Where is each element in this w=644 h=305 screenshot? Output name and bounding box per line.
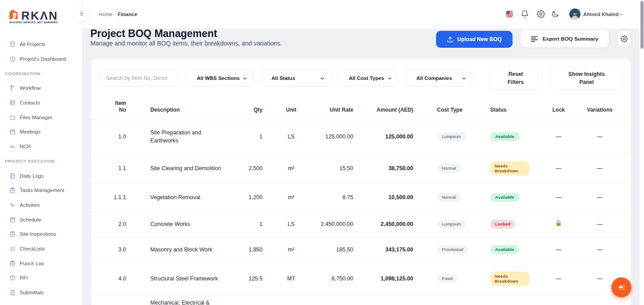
svg-text:RKΛN: RKΛN: [21, 9, 58, 20]
